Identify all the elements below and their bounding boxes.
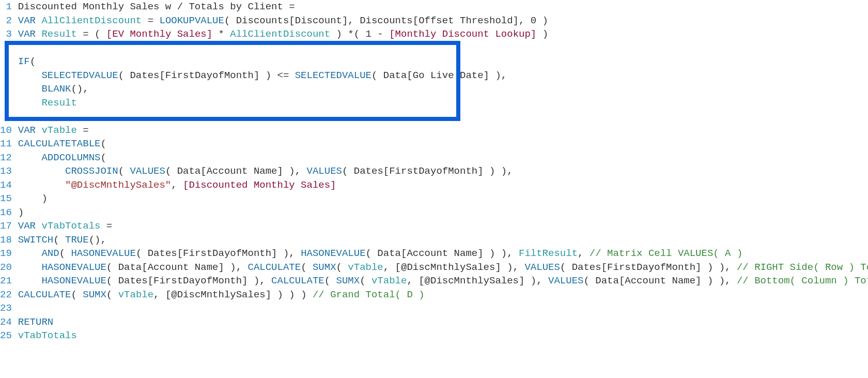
fn-calculate: CALCULATE <box>18 289 71 300</box>
code-line[interactable]: Discounted Monthly Sales w / Totals by C… <box>18 0 868 14</box>
code-line[interactable]: VAR vTable = <box>18 124 868 138</box>
line-num: 10 <box>0 124 12 138</box>
op: ) *( 1 - <box>330 28 389 40</box>
op: = <box>148 15 160 26</box>
var-ref: vTable <box>371 275 407 286</box>
code-line-hidden[interactable] <box>18 110 868 124</box>
indent <box>18 262 42 273</box>
code-line[interactable]: VAR AllClientDiscount = LOOKUPVALUE( Dis… <box>18 14 868 28</box>
line-num: 14 <box>0 178 12 192</box>
fn-values: VALUES <box>130 165 165 177</box>
paren: ( <box>118 165 130 177</box>
code-line[interactable]: VAR Result = ( [EV Monthly Sales] * AllC… <box>18 27 868 41</box>
code-line[interactable]: vTabTotals <box>18 329 868 343</box>
op: ) <box>536 28 548 40</box>
line-num <box>0 82 12 96</box>
args: ( Dates[FirstDayofMonth] ) ), <box>342 165 513 177</box>
paren: ( <box>324 275 336 286</box>
indent <box>18 70 42 81</box>
code-line[interactable]: BLANK(), <box>18 82 868 96</box>
fn-crossjoin: CROSSJOIN <box>65 165 118 177</box>
comma: , <box>171 179 183 191</box>
args: ( Dates[FirstDayofMonth] ), <box>106 275 271 286</box>
indent <box>18 152 42 163</box>
keyword-var: VAR <box>18 220 36 232</box>
code-line-hidden[interactable] <box>18 41 868 55</box>
comment: // Matrix Cell VALUES( A ) <box>590 248 742 259</box>
fn-values: VALUES <box>524 262 560 273</box>
dax-editor[interactable]: 1 2 3 10 11 12 13 14 15 16 17 18 19 20 2… <box>0 0 868 343</box>
fn-calculatetable: CALCULATETABLE <box>18 138 101 149</box>
fn-and: AND <box>41 248 59 259</box>
paren: ( <box>106 289 118 300</box>
paren: ( <box>360 275 371 286</box>
args: ( Dates[FirstDayofMonth] ) ), <box>560 262 737 273</box>
comma: , <box>578 248 590 259</box>
measure-ref: [EV Monthly Sales] <box>106 28 212 40</box>
fn-true: TRUE <box>65 234 89 246</box>
var-ref: vTable <box>348 262 383 273</box>
fn-calculate: CALCULATE <box>271 275 324 286</box>
code-line[interactable]: AND( HASONEVALUE( Dates[FirstDayofMonth]… <box>18 247 868 261</box>
string-literal: "@DiscMnthlySales" <box>65 179 171 191</box>
keyword-var: VAR <box>18 15 36 26</box>
var-ref: AllClientDiscount <box>230 28 330 40</box>
var-name: vTable <box>36 125 83 136</box>
args: ( Data[Account Name] ), <box>106 262 248 273</box>
code-line[interactable]: ) <box>18 192 868 206</box>
line-num <box>0 110 12 124</box>
op: = ( <box>83 28 106 40</box>
code-area[interactable]: Discounted Monthly Sales w / Totals by C… <box>16 0 868 343</box>
code-line[interactable]: IF( <box>18 55 868 69</box>
line-num: 21 <box>0 274 12 288</box>
code-line[interactable]: Result <box>18 96 868 110</box>
args: ( Data[Account Name] ), <box>165 165 307 177</box>
code-line[interactable]: RETURN <box>18 315 868 329</box>
measure-name: Discounted Monthly Sales w / Totals by C… <box>18 1 295 12</box>
fn-switch: SWITCH <box>18 234 53 246</box>
paren: (), <box>89 234 106 246</box>
line-num <box>0 96 12 110</box>
args: ( Dates[FirstDayofMonth] ) <= <box>118 70 295 81</box>
indent <box>18 248 42 259</box>
code-line[interactable]: ) <box>18 206 868 220</box>
fn-calculate: CALCULATE <box>248 262 301 273</box>
code-line[interactable]: ADDCOLUMNS( <box>18 151 868 165</box>
line-num: 15 <box>0 192 12 206</box>
paren: ( <box>59 248 71 259</box>
paren: ( <box>100 152 106 163</box>
code-line[interactable]: CALCULATETABLE( <box>18 137 868 151</box>
code-line[interactable]: "@DiscMnthlySales", [Discounted Monthly … <box>18 178 868 192</box>
args: ( Data[Account Name] ) ), <box>366 248 519 259</box>
fn-hasonevalue: HASONEVALUE <box>301 248 365 259</box>
fn-hasonevalue: HASONEVALUE <box>41 262 106 273</box>
var-ref: Result <box>41 97 76 109</box>
code-line[interactable]: HASONEVALUE( Data[Account Name] ), CALCU… <box>18 261 868 275</box>
var-ref: FiltResult <box>519 248 578 259</box>
fn-sumx: SUMX <box>83 289 106 300</box>
code-line[interactable]: HASONEVALUE( Dates[FirstDayofMonth] ), C… <box>18 274 868 288</box>
fn-selectedvalue: SELECTEDVALUE <box>41 70 118 81</box>
fn-hasonevalue: HASONEVALUE <box>41 275 106 286</box>
args: , [@DiscMnthlySales] ), <box>383 262 525 273</box>
var-name: AllClientDiscount <box>36 15 148 26</box>
line-num: 20 <box>0 261 12 275</box>
paren: ( <box>100 138 106 149</box>
args: ( Discounts[Discount], Discounts[Offset … <box>224 15 548 26</box>
indent <box>18 83 42 95</box>
var-ref: vTabTotals <box>18 330 77 341</box>
op: = <box>83 125 88 136</box>
fn-hasonevalue: HASONEVALUE <box>71 248 135 259</box>
line-num: 17 <box>0 219 12 233</box>
line-num: 2 <box>0 14 12 28</box>
code-line[interactable] <box>18 301 868 315</box>
code-line[interactable]: CROSSJOIN( VALUES( Data[Account Name] ),… <box>18 164 868 178</box>
fn-values: VALUES <box>548 275 583 286</box>
code-line[interactable]: SWITCH( TRUE(), <box>18 233 868 247</box>
code-line[interactable]: VAR vTabTotals = <box>18 219 868 233</box>
fn-blank: BLANK <box>41 83 71 95</box>
code-line[interactable]: SELECTEDVALUE( Dates[FirstDayofMonth] ) … <box>18 69 868 83</box>
code-line[interactable]: CALCULATE( SUMX( vTable, [@DiscMnthlySal… <box>18 288 868 302</box>
indent <box>18 97 42 109</box>
line-num <box>0 41 12 55</box>
